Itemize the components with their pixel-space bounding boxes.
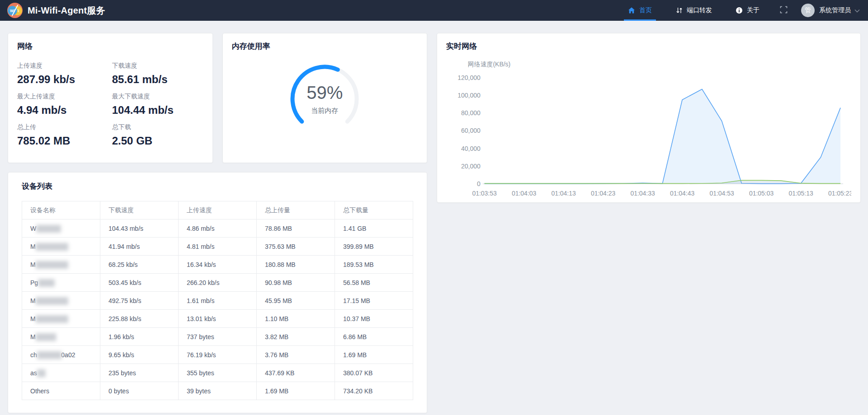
- chevron-down-icon: [854, 6, 860, 14]
- nav-item-port-forward[interactable]: 端口转发: [674, 0, 713, 21]
- realtime-network-card: 实时网络 网络速度(KB/s)020,00040,00060,00080,000…: [437, 33, 861, 203]
- network-stat: 最大上传速度 4.94 mb/s: [17, 93, 108, 117]
- y-tick-label: 60,000: [461, 127, 481, 135]
- device-cell: 3.76 MB: [257, 346, 335, 364]
- home-icon: [628, 7, 635, 14]
- stat-label: 下载速度: [112, 62, 203, 70]
- device-cell: 41.94 mb/s: [100, 238, 179, 256]
- device-list-title: 设备列表: [22, 182, 413, 191]
- stat-value: 104.44 mb/s: [112, 104, 203, 117]
- gauge-center-text: 59% 当前内存: [286, 60, 363, 138]
- device-name-prefix: Pg: [30, 279, 38, 286]
- y-tick-label: 100,000: [458, 92, 481, 99]
- nav-item-label: 关于: [747, 6, 760, 14]
- device-cell: 4.81 mb/s: [179, 238, 257, 256]
- device-name-cell: M████████: [22, 310, 100, 328]
- x-tick-label: 01:04:13: [552, 190, 576, 197]
- device-name-prefix: Others: [30, 387, 49, 395]
- device-name-masked: ██████: [37, 351, 61, 359]
- fullscreen-icon: [780, 6, 788, 15]
- network-stat: 总上传 785.02 MB: [17, 123, 108, 147]
- x-tick-label: 01:05:03: [749, 190, 774, 197]
- device-cell: 399.89 MB: [335, 238, 413, 256]
- table-row: M████████ 225.88 kb/s 13.01 kb/s 1.10 MB…: [22, 310, 413, 328]
- device-name-prefix: as: [30, 369, 37, 377]
- nav-item-about[interactable]: 关于: [734, 0, 761, 21]
- device-name-prefix: M: [30, 243, 36, 250]
- realtime-network-chart: 网络速度(KB/s)020,00040,00060,00080,000100,0…: [446, 57, 851, 201]
- stat-label: 最大下载速度: [112, 93, 203, 101]
- stat-value: 785.02 MB: [17, 135, 108, 147]
- device-cell: 1.69 MB: [257, 382, 335, 400]
- device-name-masked: ████████: [36, 261, 68, 268]
- column-header: 下载速度: [100, 201, 179, 219]
- x-tick-label: 01:04:53: [710, 190, 734, 197]
- device-cell: 503.45 kb/s: [100, 274, 179, 292]
- memory-percent: 59%: [307, 83, 343, 103]
- device-name-prefix: M: [30, 261, 36, 268]
- stat-label: 总下载: [112, 123, 203, 131]
- device-cell: 17.15 MB: [335, 292, 413, 310]
- app-title: Mi-Wifi-Agent服务: [28, 5, 105, 17]
- network-stat: 上传速度 287.99 kb/s: [17, 62, 108, 86]
- device-cell: 10.37 MB: [335, 310, 413, 328]
- stat-value: 2.50 GB: [112, 135, 203, 147]
- main-content: 网络 上传速度 287.99 kb/s 下载速度 85.61 mb/s 最大上传…: [0, 21, 868, 413]
- table-row: M████████ 492.75 kb/s 1.61 mb/s 45.95 MB…: [22, 292, 413, 310]
- device-name-cell: Pg████: [22, 274, 100, 292]
- table-row: ch██████0a02 9.65 kb/s 76.19 kb/s 3.76 M…: [22, 346, 413, 364]
- device-cell: 266.20 kb/s: [179, 274, 257, 292]
- series-line-下载速度: [485, 89, 840, 184]
- x-tick-label: 01:04:03: [512, 190, 536, 197]
- device-cell: 16.34 kb/s: [179, 256, 257, 274]
- device-name-masked: ██████: [36, 225, 61, 232]
- device-cell: 45.95 MB: [257, 292, 335, 310]
- device-name-masked: ████████: [36, 297, 68, 304]
- navbar: Wi Fi Mi-Wifi-Agent服务 首页 端口转发: [0, 0, 868, 21]
- device-table-body: W██████ 104.43 mb/s 4.86 mb/s 78.86 MB 1…: [22, 219, 413, 400]
- y-tick-label: 20,000: [461, 163, 481, 170]
- device-name-masked: ████████: [36, 243, 68, 250]
- fullscreen-button[interactable]: [780, 6, 788, 15]
- wifi-logo-icon: Wi Fi: [7, 3, 23, 18]
- info-icon: [736, 7, 743, 14]
- x-tick-label: 01:05:13: [789, 190, 813, 197]
- device-cell: 104.43 mb/s: [100, 219, 179, 238]
- avatar: 管: [801, 4, 815, 17]
- network-stats-grid: 上传速度 287.99 kb/s 下载速度 85.61 mb/s 最大上传速度 …: [17, 62, 203, 147]
- stat-value: 4.94 mb/s: [17, 104, 108, 117]
- device-cell: 1.41 GB: [335, 219, 413, 238]
- device-cell: 375.63 MB: [257, 238, 335, 256]
- device-cell: 1.61 mb/s: [179, 292, 257, 310]
- nav-item-home[interactable]: 首页: [627, 0, 653, 21]
- user-menu[interactable]: 管 系统管理员: [801, 4, 860, 17]
- device-table-header-row: 设备名称 下载速度 上传速度 总上传量 总下载量: [22, 201, 413, 219]
- device-cell: 9.65 kb/s: [100, 346, 179, 364]
- device-cell: 225.88 kb/s: [100, 310, 179, 328]
- x-tick-label: 01:04:23: [591, 190, 615, 197]
- stat-label: 上传速度: [17, 62, 108, 70]
- network-stat: 下载速度 85.61 mb/s: [112, 62, 203, 86]
- network-card-title: 网络: [17, 42, 203, 51]
- left-column: 网络 上传速度 287.99 kb/s 下载速度 85.61 mb/s 最大上传…: [8, 33, 427, 413]
- table-row: M████████ 41.94 mb/s 4.81 mb/s 375.63 MB…: [22, 238, 413, 256]
- device-cell: 180.88 MB: [257, 256, 335, 274]
- y-tick-label: 80,000: [461, 110, 481, 117]
- device-cell: 1.96 kb/s: [100, 328, 179, 346]
- column-header: 设备名称: [22, 201, 100, 219]
- device-name-prefix: M: [30, 315, 36, 322]
- device-cell: 492.75 kb/s: [100, 292, 179, 310]
- device-cell: 235 bytes: [100, 364, 179, 382]
- brand: Wi Fi Mi-Wifi-Agent服务: [7, 3, 105, 18]
- device-cell: 355 bytes: [179, 364, 257, 382]
- device-cell: 6.86 MB: [335, 328, 413, 346]
- memory-sub-label: 当前内存: [311, 107, 338, 115]
- device-cell: 189.53 MB: [335, 256, 413, 274]
- table-row: Pg████ 503.45 kb/s 266.20 kb/s 90.98 MB …: [22, 274, 413, 292]
- table-row: M████████ 68.25 kb/s 16.34 kb/s 180.88 M…: [22, 256, 413, 274]
- right-column: 实时网络 网络速度(KB/s)020,00040,00060,00080,000…: [437, 33, 861, 203]
- nav-item-label: 端口转发: [687, 6, 712, 14]
- x-tick-label: 01:05:23: [828, 190, 851, 197]
- stat-value: 287.99 kb/s: [17, 73, 108, 86]
- device-cell: 90.98 MB: [257, 274, 335, 292]
